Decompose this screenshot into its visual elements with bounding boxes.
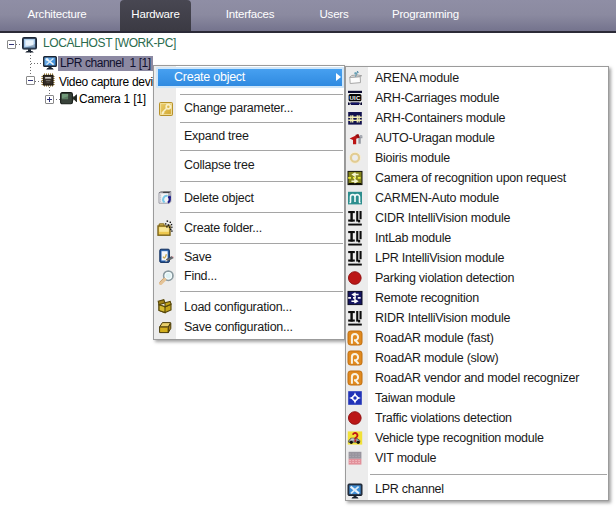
svg-text:UIC: UIC — [350, 95, 361, 101]
